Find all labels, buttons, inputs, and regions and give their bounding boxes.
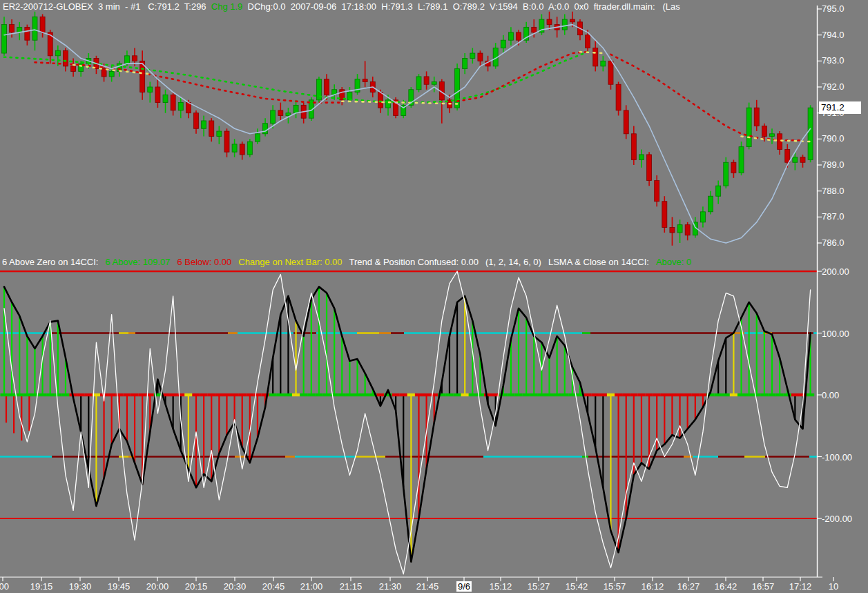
candlestick (217, 131, 222, 137)
zero-line-segment (307, 393, 315, 396)
candlestick (10, 25, 15, 32)
candlestick (739, 147, 744, 173)
zero-line-segment (807, 393, 814, 396)
candlestick (424, 77, 429, 84)
green-dotted-ma-line (4, 52, 588, 102)
zero-line-segment (269, 393, 277, 396)
candlestick (247, 142, 252, 155)
zero-line-segment (315, 393, 322, 396)
candlestick (586, 35, 590, 48)
zero-line-segment (392, 393, 400, 396)
zero-line-segment (514, 393, 522, 396)
zero-line-segment (39, 393, 46, 396)
zero-line-segment (645, 393, 653, 396)
time-axis-label: 19:30 (69, 581, 92, 592)
indicator-status-bar: 6 Above Zero on 14CCI:6 Above: 109.076 B… (2, 257, 817, 268)
zero-line-segment (637, 393, 645, 396)
zero-line-segment (61, 393, 69, 396)
cci-axis-label: 0.00 (822, 390, 839, 400)
zero-line-segment (561, 393, 568, 396)
candlestick (647, 155, 652, 181)
candlestick (716, 186, 721, 196)
indicator-status-segment: Above: 0 (656, 257, 691, 267)
price-axis-label: 792.0 (822, 81, 845, 92)
zero-line-segment (722, 393, 730, 396)
time-axis-label: 21:00 (300, 581, 323, 592)
candlestick (178, 103, 183, 110)
time-axis-label: 16:42 (715, 581, 737, 592)
title-segment: ER2-200712-GLOBEX 3 min - #1 C:791.2 T:2… (3, 1, 211, 12)
candlestick (470, 53, 475, 59)
price-axis-label: 795.0 (822, 3, 845, 14)
zero-line-segment (223, 393, 231, 396)
candlestick (240, 144, 244, 155)
candlestick (32, 17, 37, 40)
candlestick (562, 19, 567, 30)
candlestick (209, 121, 214, 137)
zero-line-segment (599, 393, 607, 396)
price-axis-label: 789.0 (822, 159, 845, 170)
candlestick (102, 69, 106, 77)
zero-line-segment (177, 393, 184, 396)
time-axis-label: 21:30 (379, 581, 402, 592)
candlestick (778, 134, 782, 150)
indicator-status-segment: 6 Above Zero on 14CCI: (2, 257, 98, 267)
chart-canvas[interactable] (0, 0, 868, 593)
red-dotted-ma-line (457, 52, 588, 101)
trading-app-window: ER2-200712-GLOBEX 3 min - #1 C:791.2 T:2… (0, 0, 868, 593)
candlestick (133, 56, 137, 61)
zero-line-segment (445, 393, 453, 396)
zero-line-segment (622, 393, 630, 396)
zero-line-segment (661, 393, 668, 396)
candlestick (708, 196, 713, 212)
price-axis-label: 793.0 (822, 55, 845, 66)
zero-line-segment (115, 393, 123, 396)
zero-line-segment (292, 393, 300, 396)
zero-line-segment (538, 393, 546, 396)
candlestick (255, 134, 260, 142)
zero-line-segment (715, 393, 722, 396)
candlestick (608, 61, 613, 84)
zero-line-segment (108, 393, 115, 396)
zero-line-segment (322, 393, 330, 396)
indicator-status-segment: LSMA & Close on 14CCI: (548, 257, 649, 267)
candlestick (171, 95, 175, 110)
zero-line-segment (423, 393, 430, 396)
zero-line-segment (23, 393, 31, 396)
zero-line-segment (461, 393, 469, 396)
time-axis-label: 16:27 (677, 581, 700, 592)
candlestick (785, 149, 790, 162)
candlestick (148, 87, 153, 93)
candlestick (40, 17, 45, 32)
zero-line-segment (430, 393, 438, 396)
candlestick (478, 53, 483, 61)
price-axis-label: 790.0 (822, 133, 845, 144)
candlestick (71, 66, 76, 72)
indicator-status-segment: Trend & Position Confused: 0.00 (349, 257, 479, 267)
zero-line-segment (415, 393, 423, 396)
candlestick (754, 108, 759, 126)
last-price-marker: 791.2 (819, 101, 861, 114)
candlestick (685, 225, 690, 235)
candlestick (532, 27, 537, 32)
time-axis-label: 15:27 (528, 581, 550, 592)
zero-line-segment (469, 393, 476, 396)
candlestick (808, 108, 813, 159)
time-axis-label: 20:45 (262, 581, 285, 592)
time-axis-label: 19:15 (30, 581, 53, 592)
zero-line-segment (653, 393, 661, 396)
zero-line-segment (691, 393, 699, 396)
candlestick (186, 103, 191, 113)
candlestick (25, 27, 30, 40)
candlestick (655, 181, 659, 202)
candlestick (762, 126, 766, 136)
title-segment: Chg 1.9 (211, 1, 243, 12)
zero-line-segment (0, 393, 8, 396)
zero-line-segment (615, 393, 622, 396)
zero-line-segment (354, 393, 361, 396)
zero-line-segment (277, 393, 284, 396)
candlestick (800, 157, 805, 163)
cci-axis-label: 200.00 (822, 266, 849, 277)
candlestick (109, 71, 114, 77)
zero-line-segment (553, 393, 561, 396)
